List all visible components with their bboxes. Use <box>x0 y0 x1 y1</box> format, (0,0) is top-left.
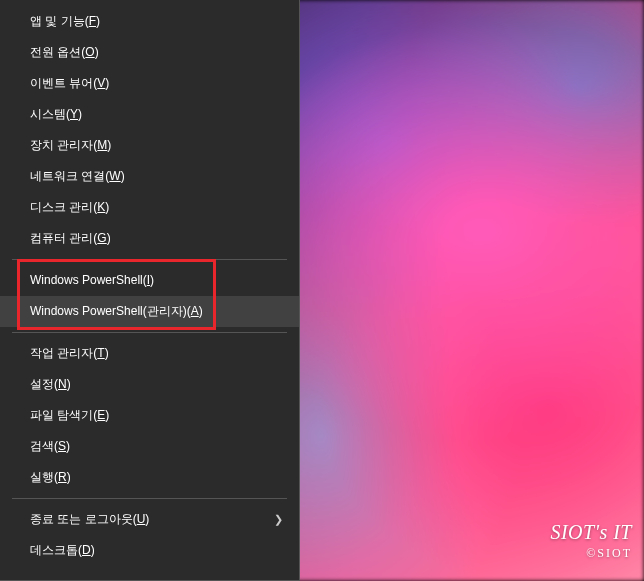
menu-item-settings[interactable]: 설정(N) <box>0 369 299 400</box>
menu-item-label: 데스크톱 <box>30 543 78 557</box>
menu-item-label: 장치 관리자 <box>30 138 93 152</box>
menu-item-accelerator: (D) <box>78 543 95 557</box>
menu-item-label: 검색 <box>30 439 54 453</box>
menu-item-accelerator: (K) <box>93 200 109 214</box>
menu-item-accelerator: (Y) <box>66 107 82 121</box>
menu-item-apps[interactable]: 앱 및 기능(F) <box>0 6 299 37</box>
watermark-copyright: ©SIOT <box>550 546 632 561</box>
menu-item-compmgr[interactable]: 컴퓨터 관리(G) <box>0 223 299 254</box>
menu-item-accelerator: (G) <box>93 231 110 245</box>
menu-item-label: 앱 및 기능 <box>30 14 85 28</box>
menu-item-ps[interactable]: Windows PowerShell(I) <box>0 265 299 296</box>
menu-item-label: 파일 탐색기 <box>30 408 93 422</box>
menu-item-accelerator: (V) <box>93 76 109 90</box>
menu-item-accelerator: (F) <box>85 14 100 28</box>
menu-item-system[interactable]: 시스템(Y) <box>0 99 299 130</box>
menu-item-shutdown[interactable]: 종료 또는 로그아웃(U)❯ <box>0 504 299 535</box>
menu-item-search[interactable]: 검색(S) <box>0 431 299 462</box>
menu-item-label: 전원 옵션 <box>30 45 81 59</box>
menu-item-psadmin[interactable]: Windows PowerShell(관리자)(A) <box>0 296 299 327</box>
menu-separator <box>12 332 287 333</box>
menu-item-label: 작업 관리자 <box>30 346 93 360</box>
menu-item-label: 시스템 <box>30 107 66 121</box>
menu-item-run[interactable]: 실행(R) <box>0 462 299 493</box>
menu-item-desktop[interactable]: 데스크톱(D) <box>0 535 299 566</box>
watermark-title: SIOT's IT <box>550 521 632 544</box>
menu-separator <box>12 498 287 499</box>
menu-item-accelerator: (R) <box>54 470 71 484</box>
menu-item-devmgr[interactable]: 장치 관리자(M) <box>0 130 299 161</box>
menu-item-label: Windows PowerShell <box>30 273 143 287</box>
menu-item-accelerator: (I) <box>143 273 154 287</box>
menu-separator <box>12 259 287 260</box>
menu-item-accelerator: (U) <box>133 512 150 526</box>
menu-item-label: 컴퓨터 관리 <box>30 231 93 245</box>
menu-item-accelerator: (T) <box>93 346 108 360</box>
menu-item-label: 디스크 관리 <box>30 200 93 214</box>
menu-item-eventviewer[interactable]: 이벤트 뷰어(V) <box>0 68 299 99</box>
menu-item-diskmgr[interactable]: 디스크 관리(K) <box>0 192 299 223</box>
menu-item-label: 이벤트 뷰어 <box>30 76 93 90</box>
chevron-right-icon: ❯ <box>274 504 283 535</box>
menu-item-accelerator: (A) <box>187 304 203 318</box>
menu-item-label: 종료 또는 로그아웃 <box>30 512 133 526</box>
menu-item-label: 실행 <box>30 470 54 484</box>
menu-item-power[interactable]: 전원 옵션(O) <box>0 37 299 68</box>
menu-item-netconn[interactable]: 네트워크 연결(W) <box>0 161 299 192</box>
menu-item-label: Windows PowerShell(관리자) <box>30 304 187 318</box>
menu-item-taskmgr[interactable]: 작업 관리자(T) <box>0 338 299 369</box>
menu-item-accelerator: (W) <box>105 169 124 183</box>
menu-item-explorer[interactable]: 파일 탐색기(E) <box>0 400 299 431</box>
menu-item-accelerator: (N) <box>54 377 71 391</box>
menu-item-accelerator: (E) <box>93 408 109 422</box>
menu-item-accelerator: (O) <box>81 45 98 59</box>
menu-item-label: 설정 <box>30 377 54 391</box>
menu-item-accelerator: (S) <box>54 439 70 453</box>
winx-context-menu[interactable]: 앱 및 기능(F)전원 옵션(O)이벤트 뷰어(V)시스템(Y)장치 관리자(M… <box>0 0 300 581</box>
watermark: SIOT's IT ©SIOT <box>550 521 632 561</box>
menu-item-label: 네트워크 연결 <box>30 169 105 183</box>
menu-item-accelerator: (M) <box>93 138 111 152</box>
